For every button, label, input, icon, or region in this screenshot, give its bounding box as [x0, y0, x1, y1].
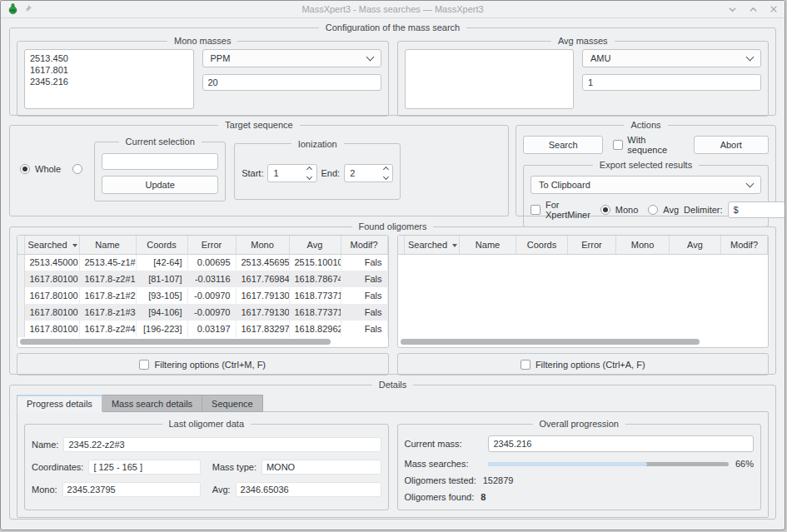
column-header-coords[interactable]: Coords [136, 236, 187, 254]
column-header-avg[interactable]: Avg [289, 236, 341, 254]
table-cell[interactable]: [93-105] [136, 287, 187, 304]
export-mono-radio[interactable] [600, 205, 610, 215]
table-cell[interactable]: 1617.79130 [236, 304, 289, 321]
table-cell[interactable]: Fals [341, 287, 387, 304]
pin-icon[interactable] [23, 4, 32, 15]
column-header-error[interactable]: Error [187, 236, 236, 254]
mono-tolerance-unit-select[interactable]: PPM [202, 49, 381, 67]
column-header-name[interactable]: Name [79, 236, 136, 254]
table-cell[interactable]: 1617.8-z2#1 [79, 271, 136, 287]
avg-masses-input[interactable] [405, 49, 575, 109]
avg-label: Avg: [212, 485, 231, 495]
table-cell[interactable]: 1617.8-z2#4 [79, 321, 136, 337]
table-row[interactable]: 1617.801001617.8-z2#4[196-223]0.03197161… [17, 321, 387, 337]
table-cell[interactable]: -0.00970 [187, 287, 236, 304]
column-header-searched[interactable]: Searched [24, 236, 79, 254]
whole-radio[interactable] [20, 164, 30, 174]
export-destination-select[interactable]: To Clipboard [530, 176, 761, 194]
table-cell[interactable]: 0.03197 [187, 321, 236, 337]
table-cell[interactable]: 1617.80100 [24, 304, 79, 321]
table-cell[interactable]: [196-223] [136, 321, 187, 337]
table-cell[interactable]: 1617.80100 [24, 287, 79, 304]
table-cell[interactable]: [81-107] [136, 271, 187, 287]
avg-tolerance-value-input[interactable] [582, 74, 761, 91]
table-cell[interactable]: Fals [341, 271, 387, 287]
avg-tolerance-unit-select[interactable]: AMU [582, 49, 761, 67]
table-cell[interactable]: [42-64] [136, 254, 187, 271]
mono-masses-input[interactable]: 2513.450 1617.801 2345.216 [24, 49, 194, 109]
table-cell[interactable]: 1617.80100 [24, 271, 79, 287]
table-cell[interactable]: -0.00970 [187, 304, 236, 321]
avg-results-table: SearchedNameCoordsErrorMonoAvgModif? [397, 235, 770, 348]
export-avg-radio[interactable] [648, 205, 658, 215]
maximize-icon[interactable] [749, 6, 758, 13]
tab-progress-details[interactable]: Progress details [17, 395, 102, 412]
table-cell[interactable]: -0.03116 [187, 271, 236, 287]
scrollbar-handle[interactable] [401, 339, 700, 345]
column-header-searched[interactable]: Searched [405, 236, 460, 254]
ionization-start-stepper[interactable]: 1 [267, 164, 316, 182]
delimiter-input[interactable] [728, 201, 785, 218]
table-cell[interactable]: 1617.83297 [236, 321, 289, 337]
mono-tolerance-value-input[interactable] [202, 74, 381, 91]
table-row[interactable]: 1617.801001617.8-z2#1[81-107]-0.03116161… [17, 271, 387, 287]
with-sequence-checkbox[interactable] [613, 140, 623, 150]
current-mass-input[interactable] [488, 435, 755, 452]
column-header-coords[interactable]: Coords [516, 236, 568, 254]
table-row[interactable]: 1617.801001617.8-z1#3[94-106]-0.00970161… [17, 304, 387, 321]
spin-up-icon[interactable] [306, 166, 312, 172]
column-header-modif[interactable]: Modif? [721, 236, 768, 254]
abort-button[interactable]: Abort [694, 136, 769, 154]
table-cell[interactable]: 1617.8-z1#2 [79, 287, 136, 304]
table-cell[interactable]: 2513.45000 [24, 254, 79, 271]
close-icon[interactable] [770, 5, 778, 13]
window-title: MassXpert3 - Mass searches — MassXpert3 [1, 4, 785, 14]
table-cell[interactable]: Fals [341, 254, 387, 271]
column-header-error[interactable]: Error [568, 236, 616, 254]
current-selection-input[interactable] [102, 153, 218, 170]
table-cell[interactable]: Fals [341, 321, 387, 337]
spin-down-icon[interactable] [306, 173, 312, 179]
scrollbar-handle[interactable] [20, 339, 331, 345]
column-header-avg[interactable]: Avg [670, 236, 721, 254]
table-row[interactable]: 1617.801001617.8-z1#2[93-105]-0.00970161… [17, 287, 387, 304]
table-cell[interactable]: 2513.45-z1#1 [79, 254, 136, 271]
selection-radio[interactable] [72, 164, 82, 174]
table-cell[interactable]: 2513.45695 [236, 254, 289, 271]
table-cell[interactable]: 1617.8-z1#3 [79, 304, 136, 321]
table-cell[interactable]: [94-106] [136, 304, 187, 321]
table-cell[interactable]: 0.00695 [187, 254, 236, 271]
for-xpertminer-checkbox[interactable] [530, 205, 540, 215]
spin-up-icon[interactable] [383, 166, 389, 172]
ionization-end-stepper[interactable]: 2 [344, 164, 393, 182]
spin-down-icon[interactable] [383, 173, 389, 179]
table-cell[interactable]: 1618.78674 [289, 271, 341, 287]
table-cell[interactable]: Fals [341, 304, 387, 321]
mono-filter-checkbox[interactable] [139, 360, 149, 370]
table-header-row[interactable]: SearchedNameCoordsErrorMonoAvgModif? [17, 236, 387, 254]
tab-mass-search-details[interactable]: Mass search details [102, 395, 202, 412]
column-header-mono[interactable]: Mono [236, 236, 289, 254]
minimize-icon[interactable] [728, 6, 737, 13]
table-cell[interactable]: 1617.80100 [24, 321, 79, 337]
table-cell[interactable]: 1618.77371 [289, 304, 341, 321]
update-button[interactable]: Update [102, 176, 218, 194]
column-header-modif[interactable]: Modif? [341, 236, 387, 254]
column-header-name[interactable]: Name [460, 236, 516, 254]
table-cell[interactable]: 1617.76984 [236, 271, 289, 287]
titlebar: MassXpert3 - Mass searches — MassXpert3 [1, 1, 785, 18]
avg-filter-checkbox[interactable] [521, 360, 530, 370]
avg-results-pane: SearchedNameCoordsErrorMonoAvgModif? Fil… [397, 235, 770, 375]
table-cell[interactable]: 1618.77371 [289, 287, 341, 304]
tab-sequence[interactable]: Sequence [202, 395, 263, 412]
table-cell[interactable]: 1618.82962 [289, 321, 341, 337]
table-header-row[interactable]: SearchedNameCoordsErrorMonoAvgModif? [398, 236, 768, 254]
table-cell[interactable]: 2515.10010 [289, 254, 341, 271]
oligomers-found-value: 8 [481, 492, 486, 502]
search-button[interactable]: Search [523, 136, 603, 154]
horizontal-scrollbar[interactable] [401, 339, 766, 345]
column-header-mono[interactable]: Mono [616, 236, 670, 254]
table-row[interactable]: 2513.450002513.45-z1#1[42-64]0.006952513… [17, 254, 387, 271]
horizontal-scrollbar[interactable] [20, 339, 386, 345]
table-cell[interactable]: 1617.79130 [236, 287, 289, 304]
